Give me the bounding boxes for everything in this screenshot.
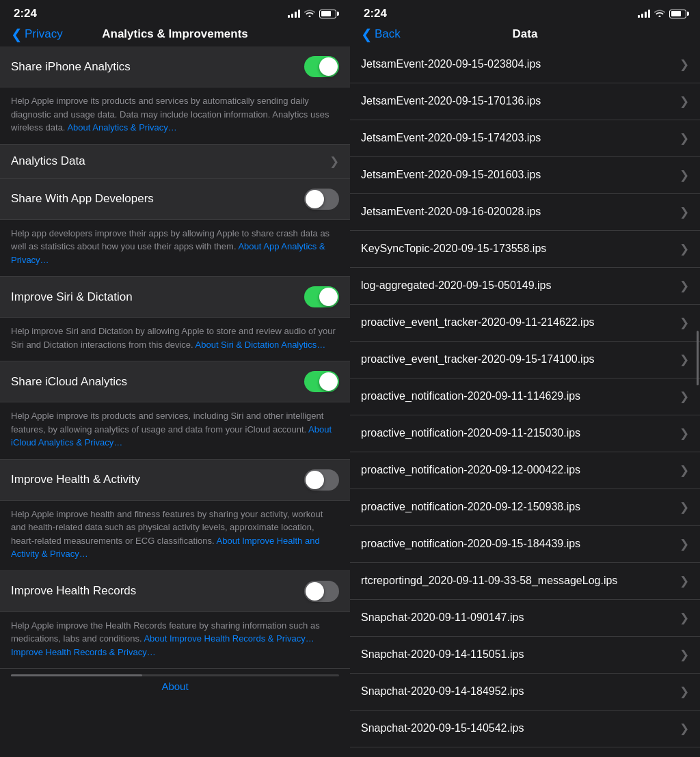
file-row[interactable]: JetsamEvent-2020-09-15-023804.ips ❯ <box>350 46 700 83</box>
share-app-dev-label: Share With App Developers <box>11 192 154 206</box>
file-name: JetsamEvent-2020-09-15-023804.ips <box>361 57 674 72</box>
signal-icon <box>288 10 300 18</box>
file-name: proactive_notification-2020-09-12-150938… <box>361 500 674 514</box>
share-app-dev-text: Help app developers improve their apps b… <box>11 228 329 265</box>
about-link[interactable]: About <box>161 680 188 692</box>
file-row[interactable]: JetsamEvent-2020-09-15-174203.ips ❯ <box>350 120 700 157</box>
improve-health-records-toggle[interactable] <box>304 581 339 602</box>
analytics-data-row[interactable]: Analytics Data ❯ <box>0 145 350 179</box>
share-app-dev-description: Help app developers improve their apps b… <box>0 220 350 277</box>
file-chevron-icon: ❯ <box>679 279 689 293</box>
left-panel: 2:24 ❮ Privacy Analytics & Improvements … <box>0 0 350 757</box>
file-chevron-icon: ❯ <box>679 131 689 146</box>
file-name: Snapchat-2020-09-15-140542.ips <box>361 721 674 736</box>
share-icloud-row[interactable]: Share iCloud Analytics <box>0 361 350 402</box>
left-nav-bar: ❮ Privacy Analytics & Improvements <box>0 25 350 46</box>
file-name: rtcreportingd_2020-09-11-09-33-58_messag… <box>361 574 674 588</box>
right-back-button[interactable]: ❮ Back <box>361 27 401 41</box>
right-status-icons <box>638 9 686 19</box>
file-list: JetsamEvent-2020-09-15-023804.ips ❯ Jets… <box>350 46 700 747</box>
improve-health-activity-label: Improve Health & Activity <box>11 473 140 486</box>
share-icloud-toggle[interactable] <box>304 371 339 392</box>
file-row[interactable]: JetsamEvent-2020-09-15-170136.ips ❯ <box>350 83 700 120</box>
file-chevron-icon: ❯ <box>679 389 689 404</box>
file-name: Snapchat-2020-09-11-090147.ips <box>361 611 674 625</box>
right-nav-bar: ❮ Back Data <box>350 25 700 46</box>
file-name: proactive_event_tracker-2020-09-15-17410… <box>361 353 674 367</box>
right-panel: 2:24 ❮ Back Data JetsamEvent-2020-09-15-… <box>350 0 700 757</box>
right-battery-icon <box>669 10 686 18</box>
file-row[interactable]: proactive_notification-2020-09-12-150938… <box>350 489 700 526</box>
improve-health-records-text: Help Apple improve the Health Records fe… <box>11 620 320 657</box>
file-chevron-icon: ❯ <box>679 500 689 514</box>
file-row[interactable]: proactive_event_tracker-2020-09-11-21462… <box>350 305 700 342</box>
file-row[interactable]: Snapchat-2020-09-15-140542.ips ❯ <box>350 711 700 747</box>
battery-icon <box>319 10 336 18</box>
improve-health-activity-row[interactable]: Improve Health & Activity <box>0 460 350 501</box>
siri-analytics-link[interactable]: About Siri & Dictation Analytics… <box>196 340 326 350</box>
file-row[interactable]: log-aggregated-2020-09-15-050149.ips ❯ <box>350 268 700 305</box>
file-name: JetsamEvent-2020-09-15-201603.ips <box>361 168 674 182</box>
file-row[interactable]: proactive_notification-2020-09-11-114629… <box>350 378 700 415</box>
icloud-analytics-link[interactable]: About iCloud Analytics & Privacy… <box>11 424 332 448</box>
improve-health-activity-text: Help Apple improve health and fitness fe… <box>11 509 323 560</box>
file-row[interactable]: Snapchat-2020-09-14-115051.ips ❯ <box>350 637 700 674</box>
file-name: Snapchat-2020-09-14-115051.ips <box>361 648 674 662</box>
wifi-icon <box>304 9 315 19</box>
file-chevron-icon: ❯ <box>679 611 689 625</box>
left-nav-title: Analytics & Improvements <box>102 27 248 41</box>
file-name: JetsamEvent-2020-09-16-020028.ips <box>361 205 674 219</box>
file-row[interactable]: JetsamEvent-2020-09-16-020028.ips ❯ <box>350 194 700 231</box>
app-analytics-link[interactable]: About App Analytics & Privacy… <box>11 241 325 265</box>
file-row[interactable]: JetsamEvent-2020-09-15-201603.ips ❯ <box>350 157 700 194</box>
right-back-label: Back <box>375 27 401 41</box>
file-row[interactable]: proactive_notification-2020-09-11-215030… <box>350 415 700 452</box>
file-chevron-icon: ❯ <box>679 316 689 330</box>
share-iphone-analytics-label: Share iPhone Analytics <box>11 60 131 74</box>
file-chevron-icon: ❯ <box>679 57 689 72</box>
improve-health-records-description: Help Apple improve the Health Records fe… <box>0 612 350 670</box>
right-time: 2:24 <box>364 7 387 20</box>
improve-health-activity-toggle[interactable] <box>304 469 339 491</box>
share-iphone-analytics-toggle[interactable] <box>304 56 339 77</box>
file-name: proactive_notification-2020-09-15-184439… <box>361 537 674 551</box>
file-name: proactive_notification-2020-09-12-000422… <box>361 463 674 478</box>
left-status-icons <box>288 9 336 19</box>
analytics-data-chevron: ❯ <box>329 154 339 169</box>
file-row[interactable]: Snapchat-2020-09-11-090147.ips ❯ <box>350 600 700 637</box>
left-back-label: Privacy <box>25 27 63 41</box>
file-chevron-icon: ❯ <box>679 168 689 182</box>
file-row[interactable]: proactive_notification-2020-09-15-184439… <box>350 526 700 563</box>
file-row[interactable]: Snapchat-2020-09-14-184952.ips ❯ <box>350 674 700 711</box>
file-name: proactive_event_tracker-2020-09-11-21462… <box>361 316 674 330</box>
health-records-link[interactable]: About Improve Health Records & Privacy… <box>144 633 314 644</box>
file-name: proactive_notification-2020-09-11-215030… <box>361 426 674 441</box>
file-name: JetsamEvent-2020-09-15-170136.ips <box>361 94 674 109</box>
improve-siri-toggle[interactable] <box>304 286 339 307</box>
share-iphone-analytics-row[interactable]: Share iPhone Analytics <box>0 46 350 87</box>
share-iphone-analytics-description: Help Apple improve its products and serv… <box>0 87 350 145</box>
analytics-privacy-link[interactable]: About Analytics & Privacy… <box>67 122 176 133</box>
file-name: proactive_notification-2020-09-11-114629… <box>361 389 674 404</box>
file-row[interactable]: proactive_event_tracker-2020-09-15-17410… <box>350 342 700 378</box>
right-status-bar: 2:24 <box>350 0 700 25</box>
file-list-wrapper: JetsamEvent-2020-09-15-023804.ips ❯ Jets… <box>350 46 700 757</box>
share-icloud-label: Share iCloud Analytics <box>11 375 127 389</box>
scroll-indicator <box>697 331 699 385</box>
share-app-dev-row[interactable]: Share With App Developers <box>0 179 350 220</box>
health-activity-link[interactable]: About Improve Health and Activity & Priv… <box>11 536 320 560</box>
file-name: JetsamEvent-2020-09-15-174203.ips <box>361 131 674 146</box>
file-row[interactable]: rtcreportingd_2020-09-11-09-33-58_messag… <box>350 563 700 600</box>
file-row[interactable]: proactive_notification-2020-09-12-000422… <box>350 452 700 489</box>
improve-siri-description: Help improve Siri and Dictation by allow… <box>0 318 350 361</box>
health-records-link2[interactable]: Improve Health Records & Privacy… <box>11 647 156 657</box>
share-app-dev-toggle[interactable] <box>304 189 339 210</box>
left-back-button[interactable]: ❮ Privacy <box>11 27 63 41</box>
share-icloud-description: Help Apple improve its products and serv… <box>0 402 350 460</box>
improve-health-records-row[interactable]: Improve Health Records <box>0 571 350 612</box>
share-iphone-analytics-text: Help Apple improve its products and serv… <box>11 96 329 133</box>
improve-siri-row[interactable]: Improve Siri & Dictation <box>0 277 350 318</box>
file-chevron-icon: ❯ <box>679 721 689 736</box>
left-status-bar: 2:24 <box>0 0 350 25</box>
file-row[interactable]: KeySyncTopic-2020-09-15-173558.ips ❯ <box>350 231 700 268</box>
